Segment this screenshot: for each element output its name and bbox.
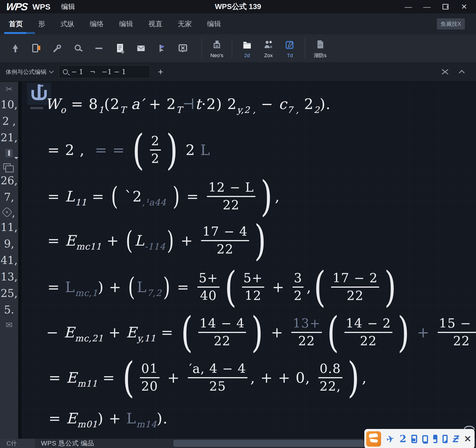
tab-2[interactable]: 式纵 (59, 18, 76, 30)
big-paren: ) (167, 231, 174, 250)
shape-outline-icon[interactable] (442, 435, 448, 443)
equation-token: 2 (299, 95, 314, 112)
equation-token: c (279, 95, 287, 112)
search-input[interactable]: − 1 ¬ −1 − 1 (59, 65, 150, 78)
line-number: 21, (0, 132, 17, 143)
search-icon[interactable] (72, 42, 85, 55)
fraction-bar (331, 287, 379, 288)
tab-0[interactable]: 首页 (7, 18, 24, 30)
dash-icon[interactable] (93, 42, 106, 55)
wrench-icon[interactable] (51, 42, 64, 55)
big-paren: ( (181, 315, 193, 349)
z-slash-icon[interactable]: Ƶ (453, 434, 459, 444)
equation-subscript: 11 (75, 197, 87, 208)
toolbar-button-doc[interactable]: 湖防s (309, 38, 331, 59)
main-toolbar: Neo's 2d Zox Td 湖防s (0, 34, 476, 62)
tab-7[interactable]: 编辑 (206, 18, 222, 30)
badge-icon-row[interactable]: , (3, 208, 15, 216)
fraction-numerator: 13+ (291, 316, 322, 330)
flag-icon[interactable] (155, 42, 168, 55)
chevron-up-icon[interactable] (459, 70, 465, 76)
equation-subscript: m01 (77, 419, 97, 429)
document-alert-icon[interactable] (30, 42, 43, 55)
equation-line[interactable]: = L11 = ( ˋ2,¹a44 ) = 12 − L22), (47, 173, 280, 220)
crossed-lines-icon[interactable] (442, 68, 448, 75)
close-button[interactable]: ✕ (457, 1, 471, 12)
equation-token: L (65, 188, 75, 205)
big-paren: ( (126, 231, 133, 250)
cursor-arrow-icon[interactable] (9, 42, 22, 55)
minimize-button[interactable]: — (401, 1, 415, 12)
tabbar-right-button[interactable]: 鱼藏技X (437, 18, 465, 29)
equation-token: − (256, 95, 278, 112)
fraction-numerator: 14 − 2 (344, 316, 392, 330)
app-name: WPS (32, 2, 50, 11)
equation-line[interactable]: = Em11 = (0120 + ′a, 4 − 425, + + 0, 0.8… (49, 353, 367, 402)
fraction-numerator: 17 − 2 (331, 271, 379, 285)
envelope-icon: ✉ (6, 321, 12, 329)
equation-token: E (66, 410, 77, 427)
fraction-numerator: 12 − L (207, 181, 255, 194)
tab-4[interactable]: 编辑 (118, 18, 135, 30)
copy-icon-row[interactable]: , (3, 163, 15, 169)
tab-6[interactable]: 无家 (176, 18, 193, 30)
equation-token: L (135, 232, 144, 249)
fraction: 22 (150, 134, 161, 166)
fraction-bar (292, 287, 304, 288)
tab-3[interactable]: 编络 (88, 18, 105, 30)
toolbar-button-zox[interactable]: Zox (258, 38, 279, 59)
equation-canvas[interactable]: Wo = 81(2T a′ + 2T⊣t·2) 2y,2 , − c7 , 22… (18, 82, 476, 439)
fraction-numerator: 2 (150, 134, 161, 148)
equation-subscript: 1 (98, 105, 104, 115)
fraction-bar (207, 196, 255, 197)
view-options-bar: 体例与公式编锅 − 1 ¬ −1 − 1 + (0, 62, 476, 82)
toolbar-button-2d[interactable]: 2d (236, 38, 258, 59)
equation-line[interactable]: = Em01) + Lm14). (49, 405, 168, 431)
wps-orange-logo-icon[interactable] (366, 431, 381, 447)
equation-token: W (45, 95, 61, 112)
equation-token: = (172, 279, 194, 296)
menu-edit[interactable]: 编辑 (61, 2, 75, 12)
document-lines-icon[interactable] (113, 42, 127, 55)
envelope-icon-row[interactable]: ✉ (6, 321, 12, 329)
monitor-icon[interactable] (422, 435, 428, 443)
style-dropdown[interactable]: 体例与公式编锅 (6, 68, 52, 76)
cut-icon: ✂ (6, 85, 12, 94)
folder-window-icon[interactable] (411, 435, 417, 443)
number-2-icon[interactable]: 2 (399, 434, 406, 444)
wps-logo: WPS (5, 1, 28, 12)
tab-1[interactable]: 形 (37, 18, 46, 30)
tab-5[interactable]: 视直 (147, 18, 164, 30)
line-number: 41, (0, 255, 17, 265)
equation-subscript: T (120, 105, 126, 115)
fraction-bar (197, 287, 220, 288)
plane-icon[interactable]: ✈ (385, 432, 396, 445)
envelope-icon[interactable] (135, 42, 147, 55)
comment-icon-row[interactable] (5, 149, 13, 158)
line-number-sidebar: ✂10,2 ,21,,26,7,,11,9,41,13,25,5.✉ (0, 82, 18, 439)
close-icon[interactable]: ✕ (464, 434, 471, 444)
fraction-bar (140, 377, 160, 378)
equation-line[interactable]: Wo = 81(2T a′ + 2T⊣t·2) 2y,2 , − c7 , 22… (45, 88, 331, 120)
fraction-denominator: 12 (243, 289, 263, 303)
minimize-button-2[interactable]: — (420, 1, 434, 12)
toolbar-button-td[interactable]: Td (279, 38, 300, 59)
equation-line[interactable]: − Emc,21 + Ey,11 = (14 − 422) + 13+22(14… (46, 308, 476, 357)
equation-token: (2 (104, 95, 120, 112)
mail-cross-icon[interactable] (176, 42, 189, 55)
fraction-denominator: 22 (297, 334, 317, 348)
equation-line[interactable]: = Lmc,1) + (L7,2) = 5+40(5+12 + 32,(17 −… (47, 263, 399, 311)
line-number: 5. (4, 304, 14, 315)
equation-line[interactable]: = Emc11 + (L-114) + 17 − 422) (47, 217, 269, 264)
toolbar-button-neos[interactable]: Neo's (206, 38, 227, 59)
line-number: 2 , (2, 116, 16, 126)
fraction-numerator: 5+ (242, 271, 264, 285)
add-button[interactable]: + (158, 67, 163, 77)
restore-button[interactable] (438, 1, 453, 12)
equation-line[interactable]: = 2 , = = (22) 2 L (47, 127, 210, 173)
equation-token: + (103, 324, 126, 341)
cut-icon-row[interactable]: ✂ (6, 85, 12, 94)
horizontal-scrollbar[interactable] (173, 440, 364, 447)
equation-token: L (126, 410, 136, 427)
window-filled-icon[interactable] (433, 435, 437, 443)
